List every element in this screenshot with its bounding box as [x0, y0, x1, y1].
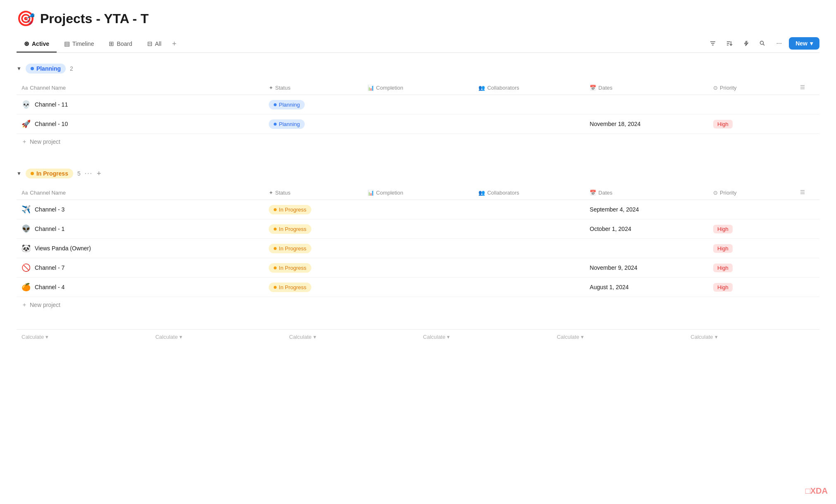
in-progress-toggle[interactable]: ▼	[17, 171, 21, 176]
row-completion-cell	[363, 219, 474, 238]
ip-col-header-dates: 📅 Dates	[585, 186, 708, 200]
tab-active[interactable]: ⊛ Active	[17, 36, 57, 52]
in-progress-table: Aa Channel Name ✦ Status	[17, 186, 819, 297]
row-name-cell: 🍊 Channel - 4	[17, 278, 264, 297]
row-priority-cell: High	[708, 239, 795, 258]
row-icon: 💀	[21, 100, 31, 109]
in-progress-dot	[31, 172, 34, 175]
search-button[interactable]	[756, 37, 769, 50]
add-tab-button[interactable]: +	[169, 36, 180, 52]
board-icon: ⊞	[109, 40, 114, 48]
lightning-button[interactable]	[739, 37, 752, 50]
table-row[interactable]: ✈️ Channel - 3 In Progress September 4, …	[17, 200, 819, 219]
status-pill: Planning	[269, 100, 305, 109]
row-date-cell: November 18, 2024	[585, 114, 708, 133]
table-row[interactable]: 👽 Channel - 1 In Progress October 1, 202…	[17, 219, 819, 239]
pill-dot	[274, 208, 277, 211]
filter-button[interactable]	[706, 37, 719, 50]
page-icon: 🎯	[17, 10, 35, 27]
row-completion-cell	[363, 95, 474, 114]
tabs-bar: ⊛ Active ▤ Timeline ⊞ Board ⊟ All +	[17, 36, 819, 53]
calculate-priority[interactable]: Calculate ▾	[686, 330, 819, 344]
tab-timeline[interactable]: ▤ Timeline	[57, 36, 101, 52]
table-row[interactable]: 🚫 Channel - 7 In Progress November 9, 20…	[17, 258, 819, 278]
row-more-cell	[795, 278, 819, 297]
in-progress-more[interactable]: ···	[85, 170, 93, 177]
planning-section: ▼ Planning 2 Aa Channel Name	[17, 61, 819, 150]
tab-board-label: Board	[117, 40, 132, 47]
planning-label: Planning	[36, 65, 61, 72]
planning-count: 2	[70, 65, 73, 72]
in-progress-label: In Progress	[36, 170, 68, 177]
more-options-button[interactable]: ···	[772, 37, 786, 50]
svg-line-7	[763, 44, 765, 45]
row-completion-cell	[363, 239, 474, 258]
calculate-name[interactable]: Calculate ▾	[17, 330, 150, 344]
row-more-cell	[795, 219, 819, 238]
in-progress-new-project-label: New project	[30, 302, 60, 308]
in-progress-section-header: ▼ In Progress 5 ··· +	[17, 166, 819, 181]
planning-table-header: Aa Channel Name ✦ Status	[17, 81, 819, 95]
in-progress-plus[interactable]: +	[97, 169, 101, 178]
planning-toggle[interactable]: ▼	[17, 66, 21, 71]
ip-col-header-completion: 📊 Completion	[363, 186, 474, 200]
row-name: Channel - 4	[35, 284, 64, 290]
row-status-cell: In Progress	[264, 200, 363, 219]
calculate-dates[interactable]: Calculate ▾	[552, 330, 686, 344]
in-progress-new-project[interactable]: ＋ New project	[17, 297, 819, 313]
in-progress-table-header: Aa Channel Name ✦ Status	[17, 186, 819, 200]
col-header-collaborators: 👥 Collaborators	[473, 81, 585, 95]
col-header-more	[795, 81, 819, 95]
calculate-status[interactable]: Calculate ▾	[150, 330, 284, 344]
status-pill: In Progress	[269, 263, 311, 273]
calculate-completion[interactable]: Calculate ▾	[284, 330, 418, 344]
pill-dot	[274, 247, 277, 250]
table-row[interactable]: 🐼 Views Panda (Owner) In Progress High	[17, 239, 819, 258]
status-pill: In Progress	[269, 283, 311, 292]
planning-dot	[31, 67, 34, 70]
pill-dot	[274, 266, 277, 269]
row-collaborators-cell	[473, 278, 585, 297]
status-pill: In Progress	[269, 244, 311, 253]
toolbar-right: ··· New ▾	[706, 37, 819, 52]
priority-badge: High	[713, 120, 733, 128]
planning-new-project[interactable]: ＋ New project	[17, 134, 819, 150]
row-status-cell: In Progress	[264, 219, 363, 238]
content-area: ▼ Planning 2 Aa Channel Name	[17, 53, 819, 344]
row-name: Channel - 7	[35, 264, 64, 271]
new-button-label: New	[795, 40, 807, 47]
priority-badge: High	[713, 244, 733, 253]
tab-board[interactable]: ⊞ Board	[101, 36, 139, 52]
row-more-cell	[795, 200, 819, 219]
ip-col-header-collaborators: 👥 Collaborators	[473, 186, 585, 200]
tab-all[interactable]: ⊟ All	[140, 36, 169, 52]
planning-badge[interactable]: Planning	[26, 64, 66, 74]
row-priority-cell: High	[708, 278, 795, 297]
row-collaborators-cell	[473, 200, 585, 219]
page-title: Projects - YTA - T	[40, 11, 149, 26]
page-container: 🎯 Projects - YTA - T ⊛ Active ▤ Timeline…	[0, 0, 836, 354]
row-name: Channel - 10	[35, 121, 68, 127]
calculate-row: Calculate ▾ Calculate ▾ Calculate ▾ Calc…	[17, 329, 819, 344]
tab-timeline-label: Timeline	[72, 40, 94, 47]
priority-badge: High	[713, 283, 733, 292]
row-more-cell	[795, 239, 819, 258]
sort-button[interactable]	[723, 37, 736, 50]
tab-active-label: Active	[32, 40, 49, 47]
row-icon: 🚫	[21, 263, 31, 272]
row-icon: 🐼	[21, 244, 31, 253]
table-row[interactable]: 🚀 Channel - 10 Planning November 18, 202…	[17, 114, 819, 134]
new-button[interactable]: New ▾	[789, 37, 819, 50]
row-completion-cell	[363, 258, 474, 277]
row-collaborators-cell	[473, 114, 585, 133]
row-priority-cell	[708, 200, 795, 219]
table-row[interactable]: 💀 Channel - 11 Planning	[17, 95, 819, 114]
row-date-cell: August 1, 2024	[585, 278, 708, 297]
tab-all-label: All	[155, 40, 162, 47]
row-priority-cell: High	[708, 258, 795, 277]
in-progress-badge[interactable]: In Progress	[26, 169, 73, 178]
table-row[interactable]: 🍊 Channel - 4 In Progress August 1, 2024…	[17, 278, 819, 297]
row-date-cell: October 1, 2024	[585, 219, 708, 238]
row-name-cell: 🚫 Channel - 7	[17, 258, 264, 277]
calculate-collaborators[interactable]: Calculate ▾	[418, 330, 552, 344]
